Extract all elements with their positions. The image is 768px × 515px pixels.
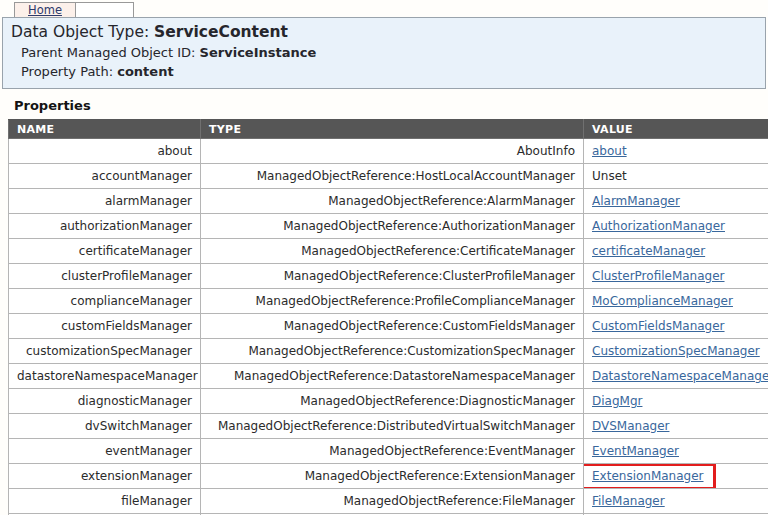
properties-table: NAME TYPE VALUE about AboutInfo about ac… xyxy=(8,119,768,515)
property-type-cell: AboutInfo xyxy=(201,139,584,164)
value-link[interactable]: DVSManager xyxy=(592,419,669,433)
table-row: authorizationManager ManagedObjectRefere… xyxy=(9,214,768,239)
table-row: about AboutInfo about xyxy=(9,139,768,164)
table-body: about AboutInfo about accountManager Man… xyxy=(9,139,768,515)
property-value-cell: about xyxy=(584,139,768,164)
property-name-cell: certificateManager xyxy=(9,239,201,264)
property-value-cell: ClusterProfileManager xyxy=(584,264,768,289)
property-name-cell: alarmManager xyxy=(9,189,201,214)
table-header-row: NAME TYPE VALUE xyxy=(9,120,768,139)
property-value-cell: FileManager xyxy=(584,489,768,514)
value-link[interactable]: DatastoreNamespaceManager xyxy=(592,369,768,383)
path-label: Property Path: xyxy=(21,64,117,79)
value-link[interactable]: EventManager xyxy=(592,444,679,458)
object-info-box: Data Object Type: ServiceContent Parent … xyxy=(2,17,766,89)
page-title: Data Object Type: ServiceContent xyxy=(11,23,757,42)
property-value-cell: AlarmManager xyxy=(584,189,768,214)
property-value-cell: DatastoreNamespaceManager xyxy=(584,364,768,389)
property-type-cell: ManagedObjectReference:CertificateManage… xyxy=(201,239,584,264)
title-value: ServiceContent xyxy=(154,23,288,41)
property-name-cell: dvSwitchManager xyxy=(9,414,201,439)
property-path: Property Path: content xyxy=(21,63,757,80)
property-name-cell: diagnosticManager xyxy=(9,389,201,414)
table-row: complianceManager ManagedObjectReference… xyxy=(9,289,768,314)
property-value-cell: CustomFieldsManager xyxy=(584,314,768,339)
property-name-cell: accountManager xyxy=(9,164,201,189)
table-row: extensionManager ManagedObjectReference:… xyxy=(9,464,768,489)
property-type-cell: ManagedObjectReference:DiagnosticManager xyxy=(201,389,584,414)
parent-label: Parent Managed Object ID: xyxy=(21,45,200,60)
property-name-cell: customFieldsManager xyxy=(9,314,201,339)
property-value-cell: ExtensionManager xyxy=(584,464,768,489)
table-row: customizationSpecManager ManagedObjectRe… xyxy=(9,339,768,364)
home-link[interactable]: Home xyxy=(28,3,62,17)
table-row: fileManager ManagedObjectReference:FileM… xyxy=(9,489,768,514)
property-type-cell: ManagedObjectReference:DatastoreNamespac… xyxy=(201,364,584,389)
property-type-cell: ManagedObjectReference:CustomizationSpec… xyxy=(201,339,584,364)
tab-empty xyxy=(76,2,134,17)
table-row: certificateManager ManagedObjectReferenc… xyxy=(9,239,768,264)
tab-bar: Home xyxy=(14,2,768,17)
value-link[interactable]: AlarmManager xyxy=(592,194,680,208)
value-link[interactable]: about xyxy=(592,144,627,158)
table-row: customFieldsManager ManagedObjectReferen… xyxy=(9,314,768,339)
property-name-cell: fileManager xyxy=(9,489,201,514)
title-label: Data Object Type: xyxy=(11,23,154,41)
table-row: eventManager ManagedObjectReference:Even… xyxy=(9,439,768,464)
value-link[interactable]: FileManager xyxy=(592,494,665,508)
property-value-cell: AuthorizationManager xyxy=(584,214,768,239)
column-header-value: VALUE xyxy=(584,120,768,139)
table-row: alarmManager ManagedObjectReference:Alar… xyxy=(9,189,768,214)
table-row: datastoreNamespaceManager ManagedObjectR… xyxy=(9,364,768,389)
value-link[interactable]: AuthorizationManager xyxy=(592,219,725,233)
value-link[interactable]: MoComplianceManager xyxy=(592,294,733,308)
parent-managed-object-id: Parent Managed Object ID: ServiceInstanc… xyxy=(21,44,757,61)
property-name-cell: clusterProfileManager xyxy=(9,264,201,289)
value-link[interactable]: ClusterProfileManager xyxy=(592,269,725,283)
column-header-name: NAME xyxy=(9,120,201,139)
property-value-cell: CustomizationSpecManager xyxy=(584,339,768,364)
property-name-cell: about xyxy=(9,139,201,164)
value-text: Unset xyxy=(592,169,627,183)
parent-value: ServiceInstance xyxy=(200,45,317,60)
table-row: accountManager ManagedObjectReference:Ho… xyxy=(9,164,768,189)
property-type-cell: ManagedObjectReference:HostLocalAccountM… xyxy=(201,164,584,189)
value-link[interactable]: ExtensionManager xyxy=(592,469,704,483)
property-value-cell: DiagMgr xyxy=(584,389,768,414)
property-type-cell: ManagedObjectReference:DistributedVirtua… xyxy=(201,414,584,439)
property-name-cell: authorizationManager xyxy=(9,214,201,239)
table-row: diagnosticManager ManagedObjectReference… xyxy=(9,389,768,414)
table-row: clusterProfileManager ManagedObjectRefer… xyxy=(9,264,768,289)
table-row: dvSwitchManager ManagedObjectReference:D… xyxy=(9,414,768,439)
value-link[interactable]: CustomFieldsManager xyxy=(592,319,725,333)
property-value-cell: MoComplianceManager xyxy=(584,289,768,314)
property-name-cell: eventManager xyxy=(9,439,201,464)
property-name-cell: complianceManager xyxy=(9,289,201,314)
property-type-cell: ManagedObjectReference:AlarmManager xyxy=(201,189,584,214)
column-header-type: TYPE xyxy=(201,120,584,139)
value-link[interactable]: certificateManager xyxy=(592,244,705,258)
path-value: content xyxy=(117,64,173,79)
property-type-cell: ManagedObjectReference:FileManager xyxy=(201,489,584,514)
property-type-cell: ManagedObjectReference:EventManager xyxy=(201,439,584,464)
property-type-cell: ManagedObjectReference:ExtensionManager xyxy=(201,464,584,489)
property-name-cell: customizationSpecManager xyxy=(9,339,201,364)
property-type-cell: ManagedObjectReference:ClusterProfileMan… xyxy=(201,264,584,289)
property-value-cell: certificateManager xyxy=(584,239,768,264)
property-value-cell: DVSManager xyxy=(584,414,768,439)
value-link[interactable]: CustomizationSpecManager xyxy=(592,344,760,358)
value-link[interactable]: DiagMgr xyxy=(592,394,642,408)
property-value-cell: EventManager xyxy=(584,439,768,464)
mob-page: { "tabs": { "home_label": "Home" }, "hea… xyxy=(0,0,768,515)
property-name-cell: extensionManager xyxy=(9,464,201,489)
property-value-cell: Unset xyxy=(584,164,768,189)
properties-heading: Properties xyxy=(14,98,768,113)
property-type-cell: ManagedObjectReference:AuthorizationMana… xyxy=(201,214,584,239)
property-type-cell: ManagedObjectReference:CustomFieldsManag… xyxy=(201,314,584,339)
property-type-cell: ManagedObjectReference:ProfileCompliance… xyxy=(201,289,584,314)
property-name-cell: datastoreNamespaceManager xyxy=(9,364,201,389)
tab-home[interactable]: Home xyxy=(14,2,76,17)
